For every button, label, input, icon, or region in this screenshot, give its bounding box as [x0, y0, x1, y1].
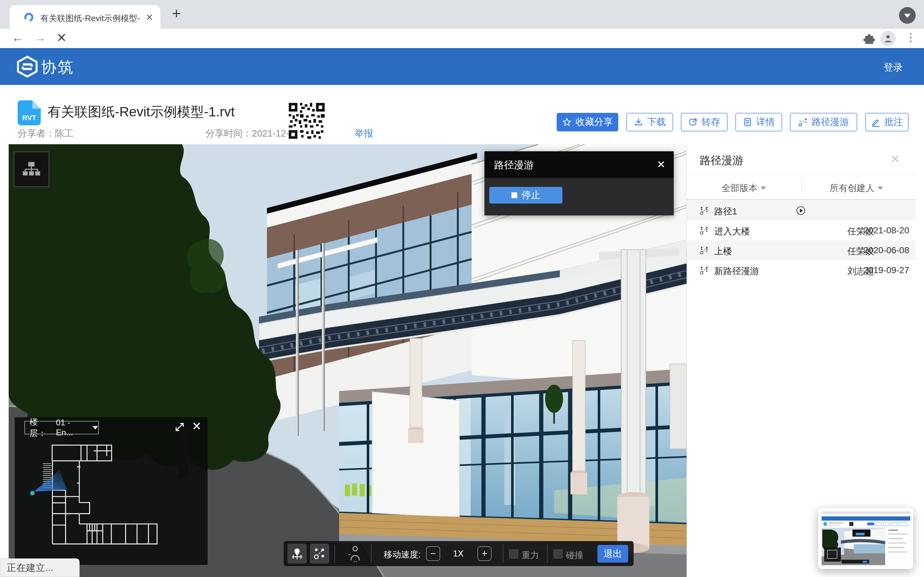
sharer-info: 分享者：陈工 — [18, 127, 73, 140]
new-tab-button[interactable]: + — [172, 5, 181, 22]
document-header: RVT 有关联图纸-Revit示例模型-1.rvt 分享者：陈工 分享时间：20… — [0, 85, 924, 144]
gravity-checkbox[interactable] — [509, 550, 518, 558]
play-icon[interactable] — [796, 206, 806, 215]
roam-path-row[interactable]: 新路径漫游 刘志超 2019-09-27 — [687, 260, 916, 280]
collision-checkbox[interactable] — [553, 550, 562, 558]
back-icon[interactable]: ← — [11, 31, 24, 45]
report-link[interactable]: 举报 — [355, 127, 373, 140]
chevron-down-icon — [761, 187, 766, 190]
creator-filter-dropdown[interactable]: 所有创建人 — [830, 182, 883, 194]
roam-path-row[interactable]: 路径1 — [687, 201, 916, 221]
pip-preview[interactable] — [818, 508, 913, 569]
minimap-panel: 楼层：01 - En... ✕ — [15, 417, 208, 565]
xiezhu-logo-icon — [17, 56, 38, 77]
hierarchy-icon — [23, 160, 40, 178]
expand-icon[interactable] — [174, 422, 185, 432]
walkthrough-toolbar: 移动速度: − 1X + 重力 碰撞 退出 — [284, 541, 634, 566]
collision-label: 碰撞 — [566, 550, 583, 561]
share-time-info: 分享时间：2021-12-29 — [205, 127, 299, 140]
first-person-icon[interactable] — [347, 545, 364, 562]
roam-panel-header[interactable]: 路径漫游 ✕ — [485, 151, 674, 178]
forward-icon[interactable]: → — [34, 31, 46, 45]
path-name: 上楼 — [714, 245, 732, 258]
login-button[interactable]: 登录 — [884, 61, 903, 74]
speed-label: 移动速度: — [384, 549, 421, 560]
roam-panel-body: 停止 — [485, 178, 674, 215]
sidebar-title: 路径漫游 — [700, 153, 743, 168]
model-tree-button[interactable] — [13, 151, 49, 187]
annotate-button[interactable]: 批注 — [865, 113, 909, 131]
chevron-down-icon — [92, 426, 98, 430]
speed-plus-button[interactable]: + — [477, 546, 491, 561]
star-icon — [562, 117, 572, 127]
export-icon — [688, 117, 698, 127]
brand-name[interactable]: 协筑 — [41, 57, 74, 77]
roam-path-row[interactable]: 进入大楼 任荣姣 2021-08-20 — [687, 221, 916, 240]
divider — [801, 179, 802, 195]
pip-mini-page — [821, 511, 911, 566]
transfer-button[interactable]: 转存 — [681, 113, 728, 131]
floor-selector[interactable]: 楼层：01 - En... — [24, 421, 99, 434]
document-title: 有关联图纸-Revit示例模型-1.rvt — [47, 103, 234, 121]
roam-panel-close-icon[interactable]: ✕ — [657, 158, 666, 171]
path-date: 2019-09-27 — [863, 265, 909, 276]
version-filter-dropdown[interactable]: 全部版本 — [722, 182, 766, 194]
browser-menu-icon[interactable]: ⋮ — [905, 31, 916, 44]
path-item-icon — [700, 266, 709, 275]
path-mode-button[interactable] — [310, 544, 329, 564]
speed-minus-button[interactable]: − — [426, 546, 440, 561]
path-name: 新路径漫游 — [714, 265, 759, 277]
browser-tab[interactable]: 有关联图纸-Revit示例模型-1.rvt ✕ — [10, 5, 160, 29]
status-bubble: 正在建立... — [0, 558, 79, 577]
minimap-close-icon[interactable]: ✕ — [192, 420, 202, 433]
sidebar-close-icon[interactable]: ✕ — [890, 152, 900, 166]
pen-icon — [871, 117, 881, 127]
waypoint-button[interactable] — [288, 544, 307, 564]
path-date: 2020-06-08 — [863, 245, 909, 255]
rvt-file-icon: RVT — [18, 100, 41, 125]
roam-path-row[interactable]: 上楼 任荣姣 2020-06-08 — [687, 240, 916, 260]
download-icon — [634, 117, 643, 127]
tab-title: 有关联图纸-Revit示例模型-1.rvt — [40, 13, 140, 24]
path-item-icon — [700, 226, 709, 235]
path-roam-icon — [798, 117, 808, 127]
document-icon — [743, 117, 752, 127]
tab-close-icon[interactable]: ✕ — [145, 12, 153, 23]
browser-toolbar: ← → ✕ xz.glodon.com/document/token/gKIxB… — [0, 29, 924, 48]
toolbar-divider — [334, 544, 335, 563]
qr-code — [289, 103, 325, 139]
gravity-label: 重力 — [522, 550, 539, 561]
profile-avatar[interactable] — [880, 31, 896, 46]
roam-panel-title: 路径漫游 — [494, 158, 534, 172]
app-header: 协筑 登录 — [0, 48, 924, 85]
page: 有关联图纸-Revit示例模型-1.rvt ✕ + ← → ✕ xz.glodo… — [0, 0, 924, 577]
pip-mini-scene — [822, 528, 885, 565]
waypoint-pin-icon — [291, 547, 304, 560]
speed-value: 1X — [453, 549, 464, 559]
exit-walkthrough-button[interactable]: 退出 — [598, 545, 628, 562]
chevron-down-icon — [878, 187, 883, 190]
sidebar-filters: 全部版本 所有创建人 — [687, 175, 916, 199]
stop-square-icon — [511, 192, 517, 198]
model-viewer[interactable]: 路径漫游 ✕ 停止 楼层：01 - En... ✕ — [9, 144, 687, 577]
roam-control-panel: 路径漫游 ✕ 停止 — [485, 151, 674, 215]
toolbar-divider — [503, 544, 503, 563]
camera-position-dot — [31, 491, 34, 495]
tab-search-icon[interactable] — [899, 7, 916, 24]
path-name: 路径1 — [714, 205, 737, 218]
path-points-icon — [313, 547, 326, 560]
path-date: 2021-08-20 — [863, 226, 909, 235]
tab-favicon-loading-icon — [24, 12, 34, 23]
download-button[interactable]: 下载 — [626, 113, 673, 131]
divider — [687, 199, 916, 200]
path-roam-button[interactable]: 路径漫游 — [790, 113, 857, 131]
toolbar-divider — [371, 544, 372, 563]
stop-roam-button[interactable]: 停止 — [489, 187, 562, 203]
details-button[interactable]: 详情 — [735, 113, 782, 131]
stop-icon[interactable]: ✕ — [57, 31, 67, 45]
extensions-puzzle-icon[interactable] — [863, 33, 876, 45]
path-name: 进入大楼 — [714, 226, 750, 237]
browser-tab-strip: 有关联图纸-Revit示例模型-1.rvt ✕ + — [0, 0, 924, 29]
favorite-share-button[interactable]: 收藏分享 — [557, 113, 618, 131]
path-item-icon — [700, 246, 709, 255]
